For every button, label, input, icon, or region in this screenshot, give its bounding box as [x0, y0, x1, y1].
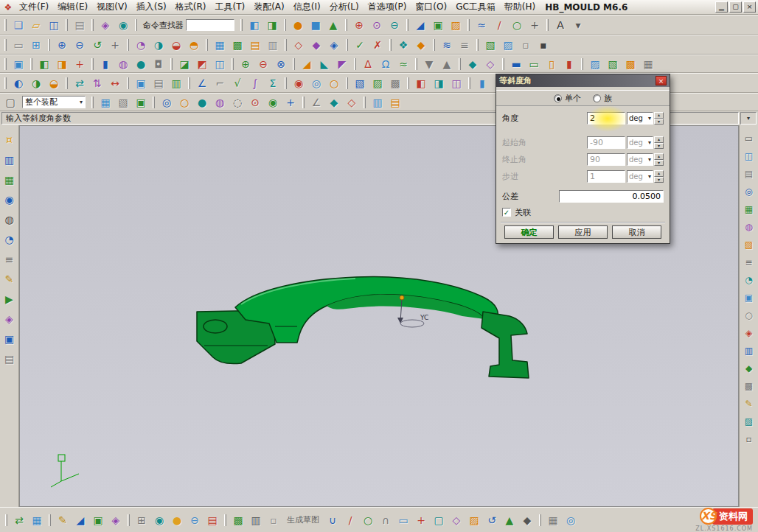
snap-icon-3[interactable]: ▣ — [132, 94, 150, 111]
view-icon-33[interactable]: ▨ — [499, 37, 517, 53]
menu-item-0[interactable]: 文件(F) — [15, 0, 53, 15]
more-options-icon[interactable]: ▾ — [569, 17, 587, 33]
snap-endpoint-icon[interactable]: ● — [193, 94, 211, 111]
revolve-icon[interactable]: ◍ — [114, 56, 132, 72]
right-icon-8[interactable]: ◔ — [741, 271, 757, 289]
view-icon-32[interactable]: ▧ — [481, 37, 499, 53]
feature-icon-42[interactable]: ▦ — [639, 56, 657, 72]
view-icon-14[interactable]: ▦ — [211, 37, 229, 53]
sync-icon-3[interactable]: ◒ — [45, 75, 63, 91]
block-icon[interactable]: ■ — [307, 17, 324, 33]
radio-family[interactable]: 族 — [593, 93, 612, 104]
right-icon-10[interactable]: ○ — [741, 307, 757, 324]
snap-icon-15[interactable]: ◆ — [325, 94, 343, 111]
right-icon-7[interactable]: ≡ — [741, 253, 757, 271]
sync-icon-28[interactable]: ◨ — [430, 75, 448, 91]
snap-icon-19[interactable]: ▤ — [386, 94, 404, 111]
sketch-button[interactable]: ▣ — [10, 56, 27, 72]
histogram-icon[interactable]: ▦ — [1, 169, 18, 189]
right-icon-6[interactable]: ▧ — [741, 236, 757, 253]
view-icon-20[interactable]: ◆ — [307, 37, 325, 53]
bottom-icon-5[interactable]: ◢ — [72, 512, 89, 528]
bottom2-icon-13[interactable]: ▦ — [544, 512, 562, 528]
system-icon[interactable]: ▥ — [1, 150, 18, 169]
right-icon-16[interactable]: ▨ — [741, 413, 757, 430]
maximize-button[interactable]: ▢ — [729, 1, 742, 13]
sync-icon-9[interactable]: ▣ — [132, 75, 150, 91]
view-icon-26[interactable]: ❖ — [394, 37, 412, 53]
bottom2-icon-6[interactable]: ▢ — [430, 512, 448, 528]
sync-icon-16[interactable]: ∫ — [246, 75, 264, 91]
wireframe-view-icon[interactable]: ◒ — [167, 37, 185, 53]
shaded-view-icon[interactable]: ◑ — [150, 37, 167, 53]
snap-icon-16[interactable]: ◇ — [343, 94, 361, 111]
wcs-triad[interactable] — [51, 455, 79, 487]
apply-button[interactable]: 应用 — [558, 225, 608, 239]
sweep-icon[interactable]: Ω — [377, 56, 394, 72]
intersect-icon[interactable]: ⊙ — [368, 17, 386, 33]
right-icon-5[interactable]: ◍ — [741, 218, 757, 236]
roles-icon[interactable]: ¤ — [1, 130, 18, 150]
snap-icon-18[interactable]: ▥ — [369, 94, 386, 111]
subtract-icon[interactable]: ⊖ — [254, 56, 272, 72]
integration-icon[interactable]: ◍ — [1, 209, 18, 229]
snap-quadrant-icon[interactable]: ◌ — [229, 94, 246, 111]
bottom2-icon-8[interactable]: ▨ — [465, 512, 483, 528]
history-icon[interactable]: ◔ — [1, 229, 18, 249]
feature-icon-40[interactable]: ▧ — [604, 56, 622, 72]
view-icon-15[interactable]: ▩ — [229, 37, 246, 53]
zoom-in-icon[interactable]: ⊕ — [53, 37, 71, 53]
web-browser-icon[interactable]: ◉ — [1, 189, 18, 209]
menu-item-8[interactable]: 分析(L) — [325, 0, 364, 15]
bottom2-icon-2[interactable]: ○ — [359, 512, 377, 528]
bottom-icon-2[interactable]: ▦ — [28, 512, 46, 528]
right-icon-1[interactable]: ◫ — [741, 147, 757, 165]
snap-icon-2[interactable]: ▧ — [114, 94, 132, 111]
right-icon-13[interactable]: ◆ — [741, 360, 757, 377]
bottom2-icon-10[interactable]: ▲ — [501, 512, 518, 528]
part-navigator-icon[interactable]: ≡ — [1, 249, 18, 269]
cue-dock-button[interactable]: ▾ — [740, 112, 757, 125]
view-icon-21[interactable]: ◈ — [325, 37, 343, 53]
sync-icon-14[interactable]: ⌐ — [211, 75, 229, 91]
menu-item-10[interactable]: 窗口(O) — [411, 0, 451, 15]
snap-icon-1[interactable]: ▦ — [97, 94, 114, 111]
view-icon-29[interactable]: ≋ — [438, 37, 456, 53]
tolerance-input[interactable] — [559, 190, 664, 203]
wave-link-icon[interactable]: ◉ — [114, 17, 132, 33]
refresh-icon[interactable]: ▭ — [10, 37, 27, 53]
intersect-icon[interactable]: ⊗ — [272, 56, 290, 72]
ok-button[interactable]: 确定 — [504, 225, 554, 239]
line-icon[interactable]: / — [490, 17, 508, 33]
bottom-icon-7[interactable]: ◈ — [107, 512, 125, 528]
feature-icon-37[interactable]: ▮ — [560, 56, 578, 72]
assembly-navigator-icon[interactable]: ▣ — [1, 329, 18, 349]
sync-icon-27[interactable]: ◧ — [412, 75, 430, 91]
bottom-icon-15[interactable]: ▩ — [229, 512, 247, 528]
right-icon-15[interactable]: ✎ — [741, 395, 757, 413]
process-icon[interactable]: ▶ — [1, 289, 18, 309]
sync-icon-20[interactable]: ◎ — [307, 75, 325, 91]
spline-icon[interactable]: ≈ — [473, 17, 490, 33]
right-icon-11[interactable]: ◈ — [741, 324, 757, 342]
draft-icon[interactable]: Δ — [359, 56, 377, 72]
sync-icon-23[interactable]: ▧ — [351, 75, 369, 91]
sync-icon-25[interactable]: ▩ — [386, 75, 404, 91]
bottom2-icon-11[interactable]: ◆ — [518, 512, 536, 528]
right-icon-3[interactable]: ◎ — [741, 183, 757, 200]
sync-icon-17[interactable]: Σ — [264, 75, 282, 91]
sync-icon-15[interactable]: √ — [229, 75, 246, 91]
view-icon-17[interactable]: ▥ — [264, 37, 282, 53]
spinner-up-icon[interactable]: ▴ — [654, 112, 664, 119]
view-icon-35[interactable]: ▪ — [535, 37, 552, 53]
snap-point-icon[interactable]: ◎ — [158, 94, 175, 111]
feature-icon-35[interactable]: ▭ — [525, 56, 543, 72]
menu-item-2[interactable]: 视图(V) — [92, 0, 132, 15]
view-icon-24[interactable]: ✗ — [369, 37, 386, 53]
bottom-icon-10[interactable]: ◉ — [150, 512, 168, 528]
view-icon-30[interactable]: ≡ — [456, 37, 473, 53]
menu-item-6[interactable]: 装配(A) — [249, 0, 289, 15]
bottom2-icon-9[interactable]: ↺ — [483, 512, 501, 528]
right-icon-0[interactable]: ▭ — [741, 130, 757, 147]
spinner-down-icon[interactable]: ▾ — [654, 119, 664, 125]
